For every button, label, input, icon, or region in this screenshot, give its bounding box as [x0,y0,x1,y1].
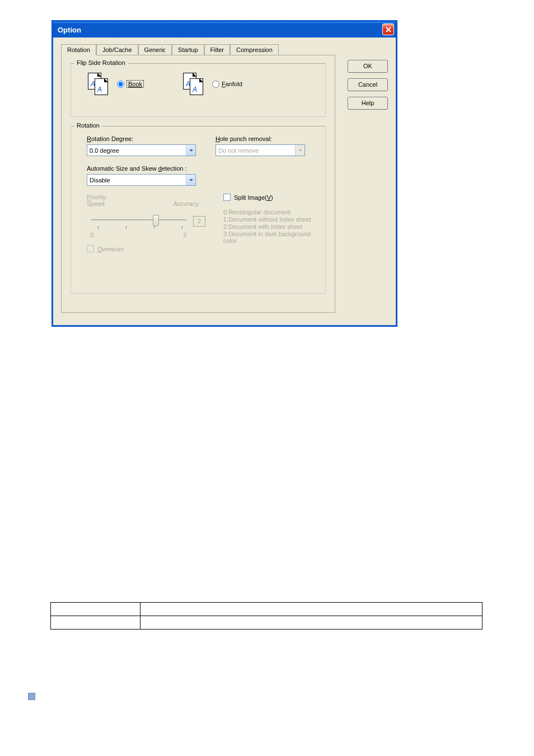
fanfold-radio[interactable] [212,81,219,88]
split-opt-2: 2:Document with index sheet [223,223,320,230]
option-dialog: Option OK Cancel Help Rotation Job/Cache… [51,20,397,327]
speed-label: Speed [87,200,105,207]
flip-side-rotation-group: Flip Side Rotation A A Book [71,63,326,117]
rotation-group: Rotation Rotation Degree: 0.0 degree [71,126,326,294]
fanfold-label: anfold [226,81,242,87]
tab-compression[interactable]: Compression [230,44,279,55]
auto-detect-value: Disable [90,177,110,184]
auto-detect-select[interactable]: Disable [87,174,196,186]
tab-strip: Rotation Job/Cache Generic Startup Filte… [61,44,335,55]
chevron-down-icon [295,145,305,156]
split-opt-1: 1:Document without index sheet [223,216,320,223]
auto-detect-label: Automatic Size and Skew detection : [87,165,320,172]
titlebar: Option [53,22,396,37]
flip-book-option[interactable]: A A Book [88,73,144,95]
flip-fanfold-option[interactable]: A A Fanfold [183,73,242,95]
hole-punch-select: Do not remove [216,144,305,156]
rotation-group-title: Rotation [74,122,102,129]
fanfold-pages-icon: A A [183,73,208,95]
ok-button[interactable]: OK [348,60,388,73]
hole-punch-label: Hole punch removal: [216,135,320,142]
split-image-options: 0:Rectangular document 1:Document withou… [223,209,320,244]
book-label: Book [128,81,142,87]
rotation-degree-value: 0.0 degree [90,147,119,154]
rotation-degree-label: Rotation Degree: [87,135,204,142]
accuracy-label: Accuracy [174,200,199,207]
close-icon[interactable] [382,24,394,35]
slider-value: 2 [193,216,205,227]
flip-group-title: Flip Side Rotation [74,59,128,66]
book-radio[interactable] [117,81,124,88]
chevron-down-icon [186,145,195,156]
hole-punch-value: Do not remove [218,147,259,154]
split-opt-3: 3:Document in dark background color [223,231,320,244]
slider-thumb [153,215,159,226]
slider-max: 3 [183,232,186,238]
rotation-degree-select[interactable]: 0.0 degree [87,144,196,156]
dialog-buttons: OK Cancel Help [348,60,388,110]
tab-generic[interactable]: Generic [138,44,172,55]
priority-label: Priority: [87,194,210,200]
tab-panel-rotation: Flip Side Rotation A A Book [61,55,335,313]
split-image-checkbox[interactable] [223,194,231,201]
slider-min: 0 [90,232,93,238]
square-bullet-icon [28,693,35,700]
dialog-body: OK Cancel Help Rotation Job/Cache Generi… [53,37,396,325]
tab-jobcache[interactable]: Job/Cache [96,44,138,55]
chevron-down-icon [186,175,195,185]
split-opt-0: 0:Rectangular document [223,209,320,215]
tab-rotation[interactable]: Rotation [61,44,96,55]
help-button[interactable]: Help [348,97,388,110]
priority-slider: 2 0 3 [87,209,210,248]
split-image-label: Split Image(V) [234,194,273,201]
window-title: Option [58,26,81,34]
cancel-button[interactable]: Cancel [348,78,388,91]
page-table [50,602,483,630]
tab-startup[interactable]: Startup [172,44,204,55]
tab-filter[interactable]: Filter [204,44,230,55]
book-pages-icon: A A [88,73,113,95]
